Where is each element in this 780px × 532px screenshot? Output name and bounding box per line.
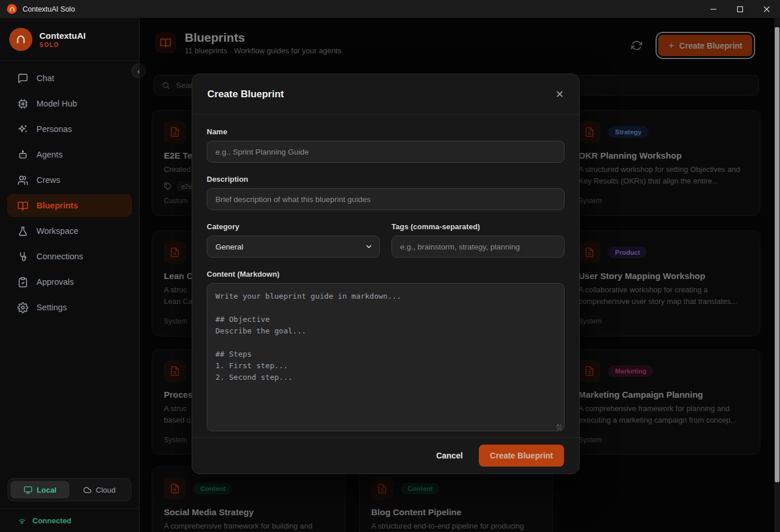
users-icon [17, 175, 28, 186]
sidebar-item-crews[interactable]: Crews [7, 168, 132, 192]
vertical-scrollbar[interactable] [774, 18, 780, 532]
connection-status-label: Connected [32, 516, 71, 525]
sidebar-item-connections[interactable]: Connections [7, 245, 132, 268]
sidebar-nav: Chat Model Hub Personas Agents Crews [0, 61, 139, 321]
clipboard-check-icon [17, 277, 28, 288]
sidebar-item-label: Settings [36, 303, 67, 312]
sidebar-item-label: Approvals [36, 277, 74, 287]
sidebar-item-blueprints[interactable]: Blueprints [7, 194, 132, 217]
plug-icon [17, 251, 28, 262]
name-input[interactable] [207, 141, 565, 163]
flask-icon [17, 226, 28, 237]
category-label: Category [207, 222, 380, 231]
sidebar-item-approvals[interactable]: Approvals [7, 270, 132, 293]
minimize-button[interactable] [700, 0, 727, 18]
sidebar-item-label: Chat [36, 74, 54, 83]
description-label: Description [207, 175, 565, 184]
app-window: ContextuAI Solo ContextuAI SOLO [0, 0, 780, 532]
app-logo-icon [7, 4, 17, 14]
window-title: ContextuAI Solo [23, 5, 75, 13]
monitor-icon [24, 486, 32, 494]
close-button[interactable] [753, 0, 780, 18]
maximize-button[interactable] [727, 0, 753, 18]
sidebar-item-personas[interactable]: Personas [7, 118, 132, 141]
mode-cloud-label: Cloud [96, 486, 116, 494]
wifi-icon [17, 516, 27, 525]
gear-icon [17, 302, 28, 313]
cancel-button[interactable]: Cancel [436, 451, 463, 460]
sidebar-item-label: Blueprints [36, 201, 78, 210]
scrollbar-thumb[interactable] [775, 27, 779, 482]
category-selected-value: General [215, 243, 243, 251]
sidebar-item-label: Personas [36, 124, 72, 134]
tags-label: Tags (comma-separated) [391, 222, 565, 231]
mode-local-label: Local [37, 486, 57, 494]
mode-toggle: Local Cloud [8, 478, 131, 501]
sidebar-item-agents[interactable]: Agents [7, 143, 132, 166]
chevron-down-icon [365, 243, 373, 251]
cloud-icon [83, 486, 91, 494]
brand-plan-badge: SOLO [39, 42, 86, 48]
modal-title: Create Blueprint [207, 89, 284, 100]
sidebar-item-model-hub[interactable]: Model Hub [7, 92, 132, 115]
tags-input[interactable] [391, 236, 565, 258]
titlebar: ContextuAI Solo [0, 0, 780, 18]
connection-status: Connected [0, 508, 139, 532]
sidebar: ContextuAI SOLO ‹ Chat Model Hub Per [0, 18, 140, 532]
book-open-icon [17, 200, 28, 211]
brand: ContextuAI SOLO [0, 18, 139, 61]
sparkles-icon [17, 124, 28, 135]
description-input[interactable] [207, 188, 565, 210]
sidebar-item-label: Crews [36, 175, 60, 185]
content-textarea[interactable] [207, 283, 565, 431]
sidebar-item-workspace[interactable]: Workspace [7, 219, 132, 243]
chip-icon [17, 98, 28, 109]
sidebar-item-label: Agents [36, 150, 63, 159]
mode-local-button[interactable]: Local [10, 481, 69, 498]
name-label: Name [207, 127, 565, 136]
create-blueprint-modal: Create Blueprint ✕ Name Description Cate… [192, 74, 580, 474]
bot-icon [17, 149, 28, 160]
category-select[interactable]: General [207, 236, 380, 258]
sidebar-item-label: Model Hub [36, 99, 77, 108]
create-blueprint-submit-button[interactable]: Create Blueprint [479, 445, 564, 467]
chat-icon [17, 73, 28, 84]
sidebar-item-label: Connections [36, 252, 83, 261]
mode-cloud-button[interactable]: Cloud [69, 481, 129, 498]
modal-close-icon[interactable]: ✕ [555, 89, 564, 100]
sidebar-item-settings[interactable]: Settings [7, 296, 132, 319]
sidebar-item-label: Workspace [36, 226, 78, 236]
brand-name: ContextuAI [39, 31, 86, 41]
brand-logo-icon [9, 28, 32, 51]
content-label: Content (Markdown) [207, 270, 565, 278]
sidebar-item-chat[interactable]: Chat [7, 67, 132, 90]
